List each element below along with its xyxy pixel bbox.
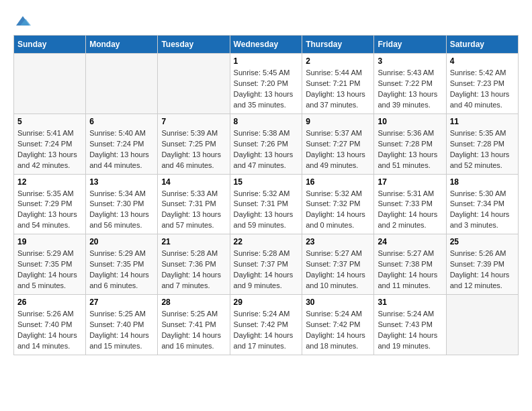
day-cell: 6Sunrise: 5:40 AMSunset: 7:24 PMDaylight… <box>86 113 158 174</box>
day-cell: 23Sunrise: 5:27 AMSunset: 7:37 PMDayligh… <box>302 234 374 295</box>
day-cell: 26Sunrise: 5:26 AMSunset: 7:40 PMDayligh… <box>14 295 86 355</box>
day-cell: 1Sunrise: 5:45 AMSunset: 7:20 PMDaylight… <box>230 54 302 114</box>
day-number: 10 <box>378 117 442 126</box>
day-cell: 14Sunrise: 5:33 AMSunset: 7:31 PMDayligh… <box>158 174 230 234</box>
day-info: Sunrise: 5:33 AMSunset: 7:31 PMDaylight:… <box>161 189 226 232</box>
week-row-4: 19Sunrise: 5:29 AMSunset: 7:35 PMDayligh… <box>14 234 519 295</box>
day-number: 27 <box>89 298 154 307</box>
day-info: Sunrise: 5:29 AMSunset: 7:35 PMDaylight:… <box>89 248 154 291</box>
day-info: Sunrise: 5:45 AMSunset: 7:20 PMDaylight:… <box>234 68 299 111</box>
day-cell: 17Sunrise: 5:31 AMSunset: 7:33 PMDayligh… <box>374 174 446 234</box>
day-cell: 2Sunrise: 5:44 AMSunset: 7:21 PMDaylight… <box>302 54 374 114</box>
week-row-1: 1Sunrise: 5:45 AMSunset: 7:20 PMDaylight… <box>14 54 519 114</box>
day-cell: 25Sunrise: 5:26 AMSunset: 7:39 PMDayligh… <box>446 234 518 295</box>
day-cell: 20Sunrise: 5:29 AMSunset: 7:35 PMDayligh… <box>86 234 158 295</box>
day-info: Sunrise: 5:35 AMSunset: 7:28 PMDaylight:… <box>450 128 515 171</box>
day-info: Sunrise: 5:38 AMSunset: 7:26 PMDaylight:… <box>234 128 299 171</box>
day-number: 16 <box>306 177 370 187</box>
day-number: 23 <box>306 237 370 246</box>
calendar-header-friday: Friday <box>374 36 446 54</box>
day-info: Sunrise: 5:42 AMSunset: 7:23 PMDaylight:… <box>450 68 515 111</box>
day-number: 21 <box>161 237 226 246</box>
day-cell: 3Sunrise: 5:43 AMSunset: 7:22 PMDaylight… <box>374 54 446 114</box>
day-number: 25 <box>450 237 515 246</box>
day-info: Sunrise: 5:36 AMSunset: 7:28 PMDaylight:… <box>378 128 442 171</box>
day-info: Sunrise: 5:25 AMSunset: 7:40 PMDaylight:… <box>89 309 154 352</box>
day-info: Sunrise: 5:32 AMSunset: 7:32 PMDaylight:… <box>306 189 370 232</box>
day-info: Sunrise: 5:40 AMSunset: 7:24 PMDaylight:… <box>89 128 154 171</box>
day-cell: 5Sunrise: 5:41 AMSunset: 7:24 PMDaylight… <box>14 113 86 174</box>
day-info: Sunrise: 5:35 AMSunset: 7:29 PMDaylight:… <box>17 189 82 232</box>
day-number: 12 <box>17 177 82 187</box>
day-cell: 9Sunrise: 5:37 AMSunset: 7:27 PMDaylight… <box>302 113 374 174</box>
day-info: Sunrise: 5:26 AMSunset: 7:39 PMDaylight:… <box>450 248 515 291</box>
day-number: 17 <box>378 177 442 187</box>
day-info: Sunrise: 5:28 AMSunset: 7:36 PMDaylight:… <box>161 248 226 291</box>
day-info: Sunrise: 5:43 AMSunset: 7:22 PMDaylight:… <box>378 68 442 111</box>
calendar-header-wednesday: Wednesday <box>230 36 302 54</box>
day-cell: 16Sunrise: 5:32 AMSunset: 7:32 PMDayligh… <box>302 174 374 234</box>
logo-icon <box>13 13 32 28</box>
day-number: 5 <box>17 117 82 126</box>
day-number: 14 <box>161 177 226 187</box>
day-number: 24 <box>378 237 442 246</box>
week-row-5: 26Sunrise: 5:26 AMSunset: 7:40 PMDayligh… <box>14 295 519 355</box>
day-cell <box>14 54 86 114</box>
day-cell: 29Sunrise: 5:24 AMSunset: 7:42 PMDayligh… <box>230 295 302 355</box>
day-number: 4 <box>450 56 515 66</box>
day-number: 13 <box>89 177 154 187</box>
day-number: 26 <box>17 298 82 307</box>
day-info: Sunrise: 5:37 AMSunset: 7:27 PMDaylight:… <box>306 128 370 171</box>
day-cell <box>86 54 158 114</box>
day-info: Sunrise: 5:29 AMSunset: 7:35 PMDaylight:… <box>17 248 82 291</box>
day-cell: 18Sunrise: 5:30 AMSunset: 7:34 PMDayligh… <box>446 174 518 234</box>
logo <box>13 13 35 28</box>
day-number: 11 <box>450 117 515 126</box>
day-number: 30 <box>306 298 370 307</box>
day-number: 29 <box>234 298 299 307</box>
week-row-2: 5Sunrise: 5:41 AMSunset: 7:24 PMDaylight… <box>14 113 519 174</box>
page-header <box>13 13 519 28</box>
day-cell: 30Sunrise: 5:24 AMSunset: 7:42 PMDayligh… <box>302 295 374 355</box>
calendar-header-saturday: Saturday <box>446 36 518 54</box>
day-info: Sunrise: 5:25 AMSunset: 7:41 PMDaylight:… <box>161 309 226 352</box>
day-cell: 8Sunrise: 5:38 AMSunset: 7:26 PMDaylight… <box>230 113 302 174</box>
day-info: Sunrise: 5:27 AMSunset: 7:37 PMDaylight:… <box>306 248 370 291</box>
day-cell <box>158 54 230 114</box>
day-cell: 19Sunrise: 5:29 AMSunset: 7:35 PMDayligh… <box>14 234 86 295</box>
day-info: Sunrise: 5:41 AMSunset: 7:24 PMDaylight:… <box>17 128 82 171</box>
day-cell <box>446 295 518 355</box>
day-number: 3 <box>378 56 442 66</box>
day-cell: 24Sunrise: 5:27 AMSunset: 7:38 PMDayligh… <box>374 234 446 295</box>
day-info: Sunrise: 5:32 AMSunset: 7:31 PMDaylight:… <box>234 189 299 232</box>
week-row-3: 12Sunrise: 5:35 AMSunset: 7:29 PMDayligh… <box>14 174 519 234</box>
day-info: Sunrise: 5:30 AMSunset: 7:34 PMDaylight:… <box>450 189 515 232</box>
calendar-header-row: SundayMondayTuesdayWednesdayThursdayFrid… <box>14 36 519 54</box>
day-cell: 12Sunrise: 5:35 AMSunset: 7:29 PMDayligh… <box>14 174 86 234</box>
day-info: Sunrise: 5:44 AMSunset: 7:21 PMDaylight:… <box>306 68 370 111</box>
day-number: 18 <box>450 177 515 187</box>
day-number: 2 <box>306 56 370 66</box>
day-number: 28 <box>161 298 226 307</box>
day-number: 7 <box>161 117 226 126</box>
day-number: 6 <box>89 117 154 126</box>
calendar-header-tuesday: Tuesday <box>158 36 230 54</box>
day-info: Sunrise: 5:34 AMSunset: 7:30 PMDaylight:… <box>89 189 154 232</box>
day-number: 20 <box>89 237 154 246</box>
day-number: 9 <box>306 117 370 126</box>
day-cell: 31Sunrise: 5:24 AMSunset: 7:43 PMDayligh… <box>374 295 446 355</box>
day-number: 8 <box>234 117 299 126</box>
day-number: 15 <box>234 177 299 187</box>
calendar-header-monday: Monday <box>86 36 158 54</box>
day-cell: 15Sunrise: 5:32 AMSunset: 7:31 PMDayligh… <box>230 174 302 234</box>
calendar-header-sunday: Sunday <box>14 36 86 54</box>
day-info: Sunrise: 5:31 AMSunset: 7:33 PMDaylight:… <box>378 189 442 232</box>
day-number: 31 <box>378 298 442 307</box>
day-cell: 27Sunrise: 5:25 AMSunset: 7:40 PMDayligh… <box>86 295 158 355</box>
calendar: SundayMondayTuesdayWednesdayThursdayFrid… <box>13 35 519 355</box>
day-number: 1 <box>234 56 299 66</box>
day-info: Sunrise: 5:24 AMSunset: 7:42 PMDaylight:… <box>234 309 299 352</box>
day-number: 19 <box>17 237 82 246</box>
day-cell: 21Sunrise: 5:28 AMSunset: 7:36 PMDayligh… <box>158 234 230 295</box>
day-info: Sunrise: 5:24 AMSunset: 7:42 PMDaylight:… <box>306 309 370 352</box>
